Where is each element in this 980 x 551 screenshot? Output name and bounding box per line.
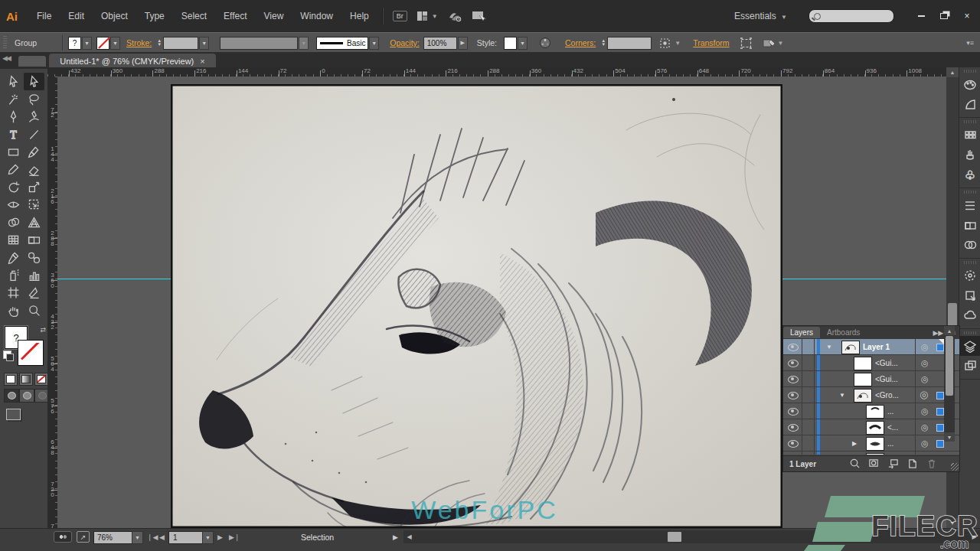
selection-indicator[interactable] — [936, 392, 944, 399]
layer-row-8[interactable]: ◎ — [783, 452, 959, 455]
minimize-button[interactable] — [911, 9, 931, 23]
new-sublayer-icon[interactable] — [887, 458, 899, 471]
layers-panel-icon[interactable] — [959, 336, 980, 356]
horizontal-ruler[interactable]: 4323602882161447207214421628836043250457… — [47, 67, 946, 77]
stroke-color-picker[interactable]: ▼ — [96, 37, 120, 50]
recolor-artwork-icon[interactable] — [539, 37, 551, 49]
opacity-link[interactable]: Opacity: — [390, 38, 420, 47]
isolate-object-icon[interactable]: ▼ — [762, 37, 784, 49]
selection-tool[interactable] — [3, 73, 24, 90]
visibility-eye-icon[interactable] — [788, 344, 799, 351]
menu-type[interactable]: Type — [136, 8, 173, 24]
column-graph-tool[interactable] — [24, 266, 44, 284]
touch-workspace-icon[interactable] — [472, 11, 486, 22]
selection-indicator[interactable] — [936, 408, 944, 416]
none-button[interactable] — [34, 373, 48, 386]
gpu-performance-icon[interactable] — [447, 10, 462, 22]
zoom-level-field[interactable]: 76% — [93, 531, 135, 544]
menu-effect[interactable]: Effect — [215, 8, 255, 24]
swatches-panel-icon[interactable] — [959, 125, 980, 145]
screen-mode-button[interactable] — [6, 409, 21, 420]
target-circle-icon[interactable]: ◎ — [920, 389, 928, 400]
layer-row-3[interactable]: <Gui...◎ — [783, 371, 959, 387]
locate-object-icon[interactable] — [849, 458, 861, 471]
scroll-up-icon[interactable]: ▲ — [946, 67, 959, 77]
expand-down-icon[interactable]: ▼ — [826, 344, 832, 350]
dock-grip[interactable] — [964, 191, 976, 194]
tab-close-icon[interactable]: × — [200, 57, 204, 66]
layer-label[interactable]: <Gui... — [875, 359, 898, 367]
scroll-up-icon[interactable]: ▲ — [944, 326, 955, 335]
placed-image-artwork[interactable]: WebForPC — [171, 84, 782, 528]
corners-field[interactable] — [607, 37, 652, 50]
eraser-tool[interactable] — [24, 161, 44, 178]
dock-grip[interactable] — [964, 261, 976, 264]
bridge-icon[interactable]: Br — [393, 11, 407, 21]
magic-wand-tool[interactable] — [3, 90, 24, 108]
rectangle-tool[interactable] — [3, 143, 24, 161]
control-panel-menu-icon[interactable]: ▾≡ — [966, 39, 974, 47]
scroll-down-icon[interactable]: ▼ — [946, 518, 959, 528]
curvature-tool[interactable] — [24, 108, 44, 126]
color-guide-panel-icon[interactable] — [959, 94, 980, 114]
target-circle-icon[interactable]: ◎ — [921, 342, 929, 352]
menu-object[interactable]: Object — [93, 8, 136, 24]
layer-label[interactable]: ... — [887, 439, 893, 448]
draw-behind-button[interactable] — [19, 389, 34, 403]
visibility-eye-icon[interactable] — [788, 392, 799, 399]
target-circle-icon[interactable]: ◎ — [921, 422, 929, 432]
toolbar-collapse-icon[interactable]: ◀◀ — [2, 54, 10, 62]
preview-toggle-icon[interactable] — [54, 531, 72, 543]
symbols-panel-icon[interactable]: ♣ — [959, 165, 980, 184]
scale-tool[interactable] — [24, 178, 44, 196]
layer-row-7[interactable]: ▶...◎ — [783, 435, 959, 452]
slice-tool[interactable] — [24, 284, 44, 302]
hand-tool[interactable] — [3, 302, 24, 319]
dock-grip[interactable] — [964, 331, 976, 334]
layer-label[interactable]: ... — [887, 407, 893, 416]
layer-row-6[interactable]: <...◎ — [783, 419, 959, 435]
expand-right-icon[interactable]: ▶ — [852, 440, 857, 447]
tab-artboards[interactable]: Artboards — [820, 327, 867, 338]
corners-stepper[interactable]: ▲▼ — [601, 39, 606, 47]
expand-down-icon[interactable]: ▼ — [839, 392, 845, 399]
menu-file[interactable]: File — [28, 8, 60, 24]
scroll-down-icon[interactable]: ▼ — [944, 432, 955, 442]
artboard-number-field[interactable]: 1 — [168, 531, 205, 544]
target-circle-icon[interactable]: ◎ — [921, 439, 929, 448]
menu-window[interactable]: Window — [292, 8, 341, 24]
layer-label[interactable]: Layer 1 — [863, 343, 890, 351]
lasso-tool[interactable] — [24, 90, 44, 108]
line-segment-tool[interactable] — [24, 126, 44, 143]
perspective-grid-tool[interactable] — [24, 214, 44, 231]
restore-button[interactable] — [934, 9, 954, 23]
eyedropper-tool[interactable] — [3, 249, 24, 266]
corners-link[interactable]: Corners: — [565, 38, 596, 47]
transform-link[interactable]: Transform — [693, 38, 729, 47]
shape-builder-tool[interactable] — [3, 214, 24, 231]
tab-layers[interactable]: Layers — [783, 327, 820, 338]
dock-grip[interactable] — [964, 70, 976, 73]
horizontal-scrollbar[interactable]: ◀ ▶ — [403, 530, 980, 543]
toolbar-drag-bar[interactable] — [18, 56, 46, 67]
make-clipping-mask-icon[interactable] — [868, 458, 880, 471]
fill-color-picker[interactable]: ? ▼ — [68, 37, 92, 50]
layer-row-2[interactable]: <Gui...◎ — [783, 355, 959, 371]
default-fill-stroke-icon[interactable] — [3, 350, 11, 359]
layer-label[interactable]: <... — [887, 423, 898, 432]
layer-label[interactable]: <Gro... — [875, 391, 899, 399]
visibility-eye-icon[interactable] — [788, 360, 799, 367]
arrange-documents-icon[interactable]: ▼ — [416, 11, 438, 21]
share-icon[interactable]: ↗ — [77, 531, 90, 543]
draw-normal-button[interactable] — [4, 389, 19, 403]
artboard-dropdown-icon[interactable]: ▼ — [202, 531, 214, 544]
dock-grip[interactable] — [964, 120, 976, 123]
visibility-eye-icon[interactable] — [788, 440, 799, 448]
stroke-weight-field[interactable] — [163, 37, 198, 50]
panel-resize-grip[interactable] — [951, 463, 959, 471]
target-circle-icon[interactable]: ◎ — [921, 358, 929, 368]
color-button[interactable] — [4, 373, 18, 386]
creative-cloud-panel-icon[interactable] — [959, 305, 980, 325]
layer-row-4[interactable]: ▼<Gro...◎ — [783, 387, 959, 403]
rotate-tool[interactable] — [3, 178, 24, 196]
